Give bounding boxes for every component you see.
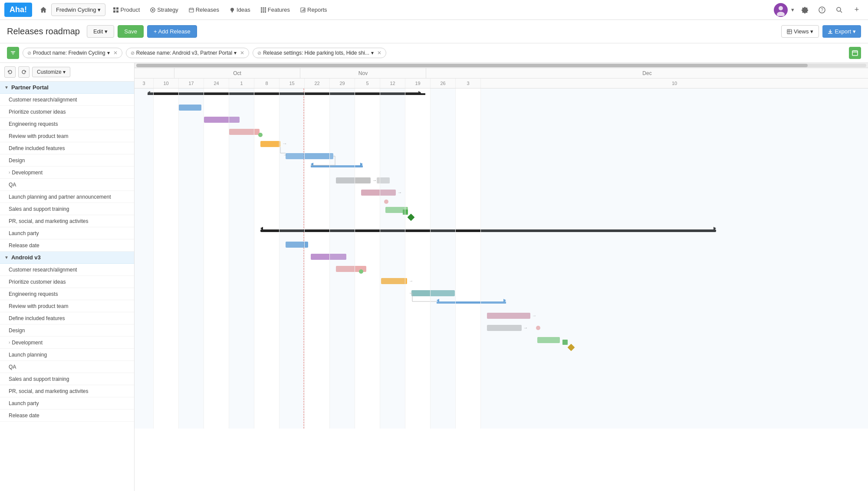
svg-point-75 — [359, 269, 363, 274]
svg-rect-89 — [568, 344, 575, 351]
svg-rect-14 — [261, 9, 262, 10]
nav-strategy[interactable]: Strategy — [145, 4, 183, 16]
task-row[interactable]: Release date — [0, 239, 134, 252]
svg-rect-55 — [286, 153, 333, 159]
redo-button[interactable] — [18, 66, 30, 78]
filter-toggle-icon[interactable] — [7, 47, 19, 59]
release-group-partner-portal: ▼ Partner Portal Customer research/align… — [0, 82, 134, 252]
task-row[interactable]: QA — [0, 179, 134, 191]
gantt-scrollbar[interactable] — [135, 63, 868, 68]
task-row[interactable]: Engineering requests — [0, 118, 134, 130]
svg-rect-19 — [265, 11, 266, 13]
task-row[interactable]: Launch party — [0, 227, 134, 239]
settings-icon[interactable] — [798, 3, 812, 17]
svg-rect-49 — [179, 105, 201, 111]
svg-line-31 — [840, 11, 842, 13]
gantt-header: Oct Nov Dec 3 10 17 24 1 8 15 22 29 5 12… — [135, 68, 868, 88]
svg-rect-1 — [116, 7, 118, 10]
settings-filter-pill[interactable]: ⊘ Release settings: Hide parking lots, H… — [253, 48, 386, 58]
add-release-button[interactable]: + Add Release — [147, 25, 197, 38]
month-label-dec: Dec — [426, 68, 868, 78]
task-row[interactable]: Launch party — [0, 397, 134, 409]
sidebar: Customize ▾ ▼ Partner Portal Customer re… — [0, 63, 135, 491]
task-row[interactable]: Review with product team — [0, 300, 134, 312]
gantt-svg: → → → → — [135, 88, 868, 429]
task-row[interactable]: Design — [0, 154, 134, 167]
month-label-oct: Oct — [174, 68, 300, 78]
nav-ideas[interactable]: Ideas — [224, 4, 256, 16]
task-row[interactable]: PR, social, and marketing activites — [0, 385, 134, 397]
task-row[interactable]: Sales and support training — [0, 373, 134, 385]
task-row[interactable]: Define included features — [0, 312, 134, 324]
avatar-dropdown-icon[interactable]: ▾ — [791, 7, 794, 13]
edit-button[interactable]: Edit▾ — [87, 25, 114, 38]
save-button[interactable]: Save — [118, 25, 144, 38]
views-button[interactable]: Views ▾ — [781, 25, 819, 38]
task-row[interactable]: Sales and support training — [0, 203, 134, 215]
svg-point-26 — [779, 6, 783, 10]
product-selector[interactable]: Fredwin Cycling ▾ — [51, 3, 105, 16]
main-content: Customize ▾ ▼ Partner Portal Customer re… — [0, 63, 868, 491]
task-row[interactable]: Prioritize customer ideas — [0, 106, 134, 118]
task-row[interactable]: Launch planning and partner announcement — [0, 191, 134, 203]
month-label-sep — [135, 68, 174, 78]
task-row[interactable]: Launch planning — [0, 349, 134, 361]
task-row[interactable]: PR, social, and marketing activites — [0, 215, 134, 227]
svg-rect-69 — [260, 229, 716, 232]
svg-point-65 — [384, 200, 388, 204]
svg-rect-63 — [361, 190, 396, 196]
undo-button[interactable] — [4, 66, 16, 78]
svg-rect-40 — [852, 51, 858, 56]
export-button[interactable]: Export ▾ — [822, 25, 861, 38]
svg-rect-84 — [487, 325, 522, 331]
product-filter-pill[interactable]: ⊘ Product name: Fredwin Cycling ▾ ✕ — [23, 48, 122, 58]
svg-rect-16 — [265, 9, 266, 10]
nav-product[interactable]: Product — [108, 4, 145, 16]
task-row[interactable]: Customer research/alignment — [0, 94, 134, 106]
customize-button[interactable]: Customize ▾ — [32, 67, 70, 77]
svg-rect-78 — [411, 290, 455, 296]
nav-right-actions: ▾ ? + — [774, 3, 864, 17]
filter-bar: ⊘ Product name: Fredwin Cycling ▾ ✕ ⊘ Re… — [0, 43, 868, 63]
svg-point-52 — [258, 133, 263, 137]
svg-rect-72 — [286, 242, 308, 248]
svg-text:→: → — [523, 325, 528, 330]
task-row[interactable]: ›Development — [0, 167, 134, 179]
nav-reports[interactable]: Reports — [295, 4, 332, 16]
svg-rect-11 — [261, 7, 262, 9]
task-row[interactable]: Define included features — [0, 142, 134, 154]
task-row[interactable]: Review with product team — [0, 130, 134, 142]
add-icon[interactable]: + — [850, 3, 864, 17]
page-header: Releases roadmap Edit▾ Save + Add Releas… — [0, 20, 868, 43]
search-icon[interactable] — [832, 3, 846, 17]
logo[interactable]: Aha! — [4, 3, 32, 17]
gantt-week-row: 3 10 17 24 1 8 15 22 29 5 12 19 26 3 10 — [135, 79, 868, 88]
task-row[interactable]: Prioritize customer ideas — [0, 276, 134, 288]
android-v3-header[interactable]: ▼ Android v3 — [0, 252, 134, 264]
partner-portal-header[interactable]: ▼ Partner Portal — [0, 82, 134, 94]
home-icon[interactable] — [36, 2, 51, 18]
svg-text:→: → — [532, 313, 536, 318]
help-icon[interactable]: ? — [815, 3, 829, 17]
svg-rect-67 — [403, 209, 408, 215]
svg-rect-82 — [487, 313, 530, 319]
svg-point-86 — [536, 326, 540, 330]
svg-rect-32 — [787, 29, 792, 34]
nav-features[interactable]: Features — [256, 4, 295, 16]
svg-rect-18 — [263, 11, 264, 13]
gantt-chart: Oct Nov Dec 3 10 17 24 1 8 15 22 29 5 12… — [135, 63, 868, 491]
nav-releases[interactable]: Releases — [184, 4, 224, 16]
task-row[interactable]: Release date — [0, 409, 134, 422]
svg-rect-73 — [311, 254, 346, 260]
svg-rect-76 — [381, 278, 407, 284]
calendar-icon[interactable] — [849, 47, 861, 59]
svg-text:→: → — [409, 278, 413, 283]
release-filter-pill[interactable]: ⊘ Release name: Android v3, Partner Port… — [126, 48, 249, 58]
task-row[interactable]: Customer research/alignment — [0, 264, 134, 276]
task-row[interactable]: Design — [0, 324, 134, 337]
task-row[interactable]: Engineering requests — [0, 288, 134, 300]
svg-rect-0 — [113, 7, 115, 10]
task-row[interactable]: ›Development — [0, 337, 134, 349]
user-avatar[interactable] — [774, 3, 788, 17]
task-row[interactable]: QA — [0, 361, 134, 373]
